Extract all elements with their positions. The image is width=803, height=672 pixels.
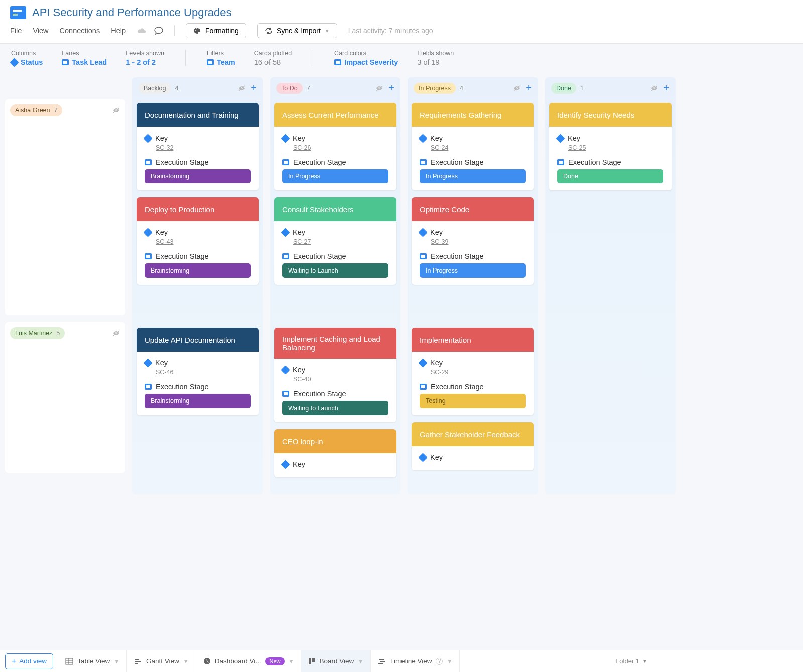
diamond-icon — [10, 58, 19, 67]
sync-import-button[interactable]: Sync & Import ▼ — [257, 23, 337, 38]
cloud-icon[interactable] — [137, 27, 146, 34]
filter-levels[interactable]: Levels shown 1 - 2 of 2 — [126, 50, 164, 66]
kanban-card[interactable]: Consult Stakeholders KeySC-27Execution S… — [274, 197, 396, 285]
kanban-card[interactable]: Implementation KeySC-29Execution Stage T… — [412, 328, 534, 415]
menubar: File View Connections Help Formatting Sy… — [10, 23, 793, 43]
add-card-icon[interactable]: + — [388, 82, 394, 94]
kanban-board: Aisha Green 7 Luis Martinez 5 Backlog 4 — [0, 72, 803, 524]
kanban-card[interactable]: Update API Documentation KeySC-46Executi… — [137, 328, 259, 415]
key-field: Key — [145, 134, 251, 142]
key-value[interactable]: SC-29 — [431, 369, 526, 376]
key-value[interactable]: SC-46 — [156, 369, 251, 376]
lane-name: Luis Martinez — [15, 330, 52, 337]
key-value[interactable]: SC-32 — [156, 144, 251, 151]
kanban-card[interactable]: Deploy to Production KeySC-43Execution S… — [137, 197, 259, 285]
stage-badge: Waiting to Launch — [282, 263, 388, 278]
menu-icons — [137, 27, 163, 35]
stage-badge: Brainstorming — [145, 169, 251, 183]
key-label: Key — [430, 359, 443, 367]
card-body: KeySC-25Execution Stage Done — [549, 127, 672, 190]
kanban-card[interactable]: CEO loop-in Key — [274, 429, 396, 477]
hide-column-icon[interactable] — [238, 85, 246, 92]
header: API Security and Performance Upgrades Fi… — [0, 0, 803, 44]
add-card-icon[interactable]: + — [251, 82, 257, 94]
filter-label: Columns — [11, 50, 43, 57]
filter-label: Levels shown — [126, 50, 164, 57]
diamond-icon — [418, 453, 427, 462]
board-icon — [420, 253, 427, 259]
kanban-card[interactable]: Assess Current Performance KeySC-26Execu… — [274, 103, 396, 190]
filter-filters[interactable]: Filters Team — [207, 50, 235, 66]
key-value[interactable]: SC-27 — [293, 238, 388, 245]
menu-connections[interactable]: Connections — [60, 27, 100, 35]
lane-count: 5 — [56, 330, 60, 337]
card-title: Requirements Gathering — [412, 103, 534, 127]
stage-badge: In Progress — [420, 169, 526, 183]
last-activity: Last activity: 7 minutes ago — [348, 27, 433, 35]
kanban-card[interactable]: Optimize Code KeySC-39Execution Stage In… — [412, 197, 534, 285]
kanban-card[interactable]: Requirements Gathering KeySC-24Execution… — [412, 103, 534, 190]
lane-luis: Luis Martinez 5 — [5, 322, 125, 473]
key-value[interactable]: SC-24 — [431, 144, 526, 151]
page-title: API Security and Performance Upgrades — [32, 6, 231, 19]
hide-column-icon[interactable] — [513, 85, 521, 92]
execution-stage-label: Execution Stage — [568, 158, 621, 166]
card-title: Documentation and Training — [137, 103, 259, 127]
swim-luis: Implement Caching and Load Balancing Key… — [274, 324, 396, 489]
swim-aisha: Requirements Gathering KeySC-24Execution… — [412, 99, 534, 315]
menu-file[interactable]: File — [10, 27, 22, 35]
column-name-pill[interactable]: Done — [551, 83, 576, 94]
board-icon — [282, 253, 289, 259]
comment-icon[interactable] — [154, 27, 163, 35]
filter-columns[interactable]: Columns Status — [11, 50, 43, 66]
key-label: Key — [430, 134, 443, 142]
key-value[interactable]: SC-43 — [156, 238, 251, 245]
key-field: Key — [145, 359, 251, 367]
add-card-icon[interactable]: + — [526, 82, 532, 94]
swim-aisha: Identify Security Needs KeySC-25Executio… — [549, 99, 672, 315]
card-body: KeySC-29Execution Stage Testing — [412, 352, 534, 415]
column-name-pill[interactable]: To Do — [276, 83, 303, 94]
formatting-button[interactable]: Formatting — [186, 23, 246, 38]
diamond-icon — [281, 133, 290, 143]
hide-lane-icon[interactable] — [112, 107, 120, 114]
kanban-card[interactable]: Documentation and Training KeySC-32Execu… — [137, 103, 259, 190]
key-label: Key — [293, 228, 305, 236]
column-body: Requirements Gathering KeySC-24Execution… — [408, 99, 538, 487]
card-body: KeySC-39Execution Stage In Progress — [412, 221, 534, 285]
menu-help[interactable]: Help — [111, 27, 126, 35]
card-body: KeySC-46Execution Stage Brainstorming — [137, 352, 259, 415]
filter-fields-shown[interactable]: Fields shown 3 of 19 — [417, 50, 454, 66]
execution-stage-label: Execution Stage — [156, 158, 209, 166]
board-icon — [145, 384, 152, 390]
key-label: Key — [430, 453, 443, 461]
column-header: Done 1 + — [545, 77, 676, 99]
hide-column-icon[interactable] — [650, 85, 658, 92]
key-value[interactable]: SC-25 — [568, 144, 663, 151]
key-field: Key — [420, 134, 526, 142]
lane-pill[interactable]: Luis Martinez 5 — [10, 327, 65, 339]
card-body: KeySC-27Execution Stage Waiting to Launc… — [274, 221, 396, 285]
kanban-card[interactable]: Identify Security Needs KeySC-25Executio… — [549, 103, 672, 190]
filter-lanes[interactable]: Lanes Task Lead — [62, 50, 107, 66]
kanban-card[interactable]: Implement Caching and Load Balancing Key… — [274, 328, 396, 422]
diamond-icon — [281, 228, 290, 237]
hide-column-icon[interactable] — [375, 85, 383, 92]
kanban-card[interactable]: Gather Stakeholder Feedback Key — [412, 422, 534, 470]
key-label: Key — [155, 359, 168, 367]
key-value[interactable]: SC-39 — [431, 238, 526, 245]
filter-card-colors[interactable]: Card colors Impact Severity — [334, 50, 398, 66]
add-card-icon[interactable]: + — [663, 82, 670, 94]
key-value[interactable]: SC-40 — [293, 376, 388, 383]
hide-lane-icon[interactable] — [112, 330, 120, 337]
menu-view[interactable]: View — [33, 27, 48, 35]
filter-value: Task Lead — [72, 58, 107, 66]
column-name-pill[interactable]: In Progress — [414, 83, 456, 94]
filter-cards-plotted[interactable]: Cards plotted 16 of 58 — [254, 50, 292, 66]
diamond-icon — [556, 133, 565, 143]
card-body: KeySC-24Execution Stage In Progress — [412, 127, 534, 190]
key-value[interactable]: SC-26 — [293, 144, 388, 151]
lane-pill[interactable]: Aisha Green 7 — [10, 104, 62, 116]
column-name-pill[interactable]: Backlog — [139, 83, 171, 94]
swim-aisha: Documentation and Training KeySC-32Execu… — [137, 99, 259, 315]
